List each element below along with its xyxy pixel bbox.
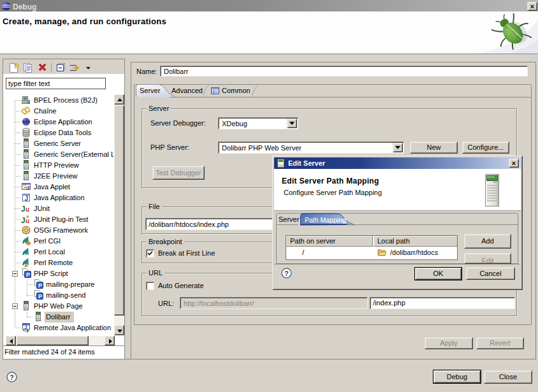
svg-text:?: ? <box>10 374 14 381</box>
svg-text:?: ? <box>284 270 289 277</box>
